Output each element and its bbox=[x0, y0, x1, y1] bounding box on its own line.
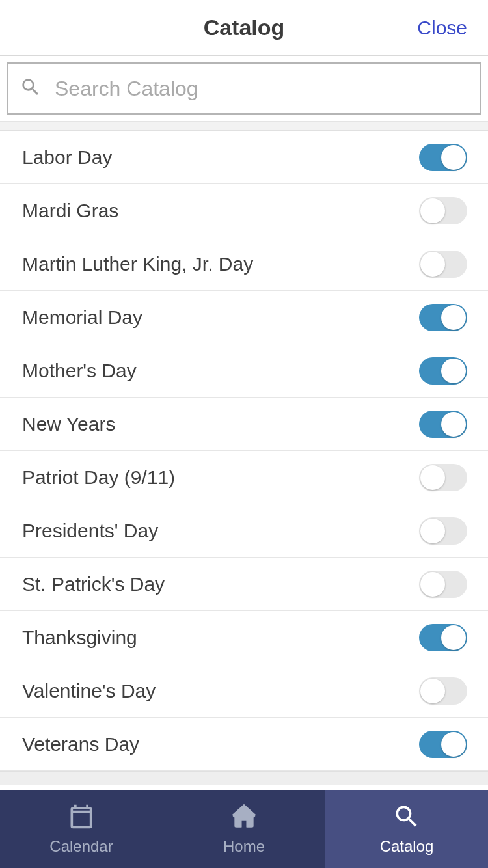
toggle-knob bbox=[420, 572, 445, 597]
list-item-label: Labor Day bbox=[22, 146, 112, 169]
toggle-knob bbox=[420, 519, 445, 543]
close-button[interactable]: Close bbox=[417, 17, 467, 39]
tab-label: Home bbox=[223, 837, 265, 856]
list-item-label: Martin Luther King, Jr. Day bbox=[22, 253, 253, 275]
toggle-switch[interactable] bbox=[419, 251, 467, 278]
tab-label: Calendar bbox=[49, 837, 113, 856]
toggle-knob bbox=[420, 198, 445, 223]
page-title: Catalog bbox=[204, 15, 285, 40]
list-item: New Years bbox=[0, 398, 488, 451]
header: Catalog Close bbox=[0, 0, 488, 56]
home-icon bbox=[230, 802, 258, 834]
search-input[interactable] bbox=[55, 77, 468, 101]
list-item-label: Presidents' Day bbox=[22, 520, 158, 542]
tab-home[interactable]: Home bbox=[163, 790, 325, 868]
tab-bar: CalendarHomeCatalog bbox=[0, 790, 488, 868]
list-item: Martin Luther King, Jr. Day bbox=[0, 237, 488, 291]
toggle-knob bbox=[420, 252, 445, 277]
toggle-switch[interactable] bbox=[419, 411, 467, 438]
toggle-knob bbox=[441, 732, 466, 757]
list-item: Labor Day bbox=[0, 131, 488, 184]
list-item-label: Thanksgiving bbox=[22, 627, 137, 649]
toggle-knob bbox=[420, 679, 445, 703]
divider bbox=[0, 122, 488, 131]
toggle-switch[interactable] bbox=[419, 304, 467, 331]
list-item-label: New Years bbox=[22, 413, 115, 435]
toggle-switch[interactable] bbox=[419, 464, 467, 491]
search-box[interactable] bbox=[7, 62, 481, 115]
list-item: St. Patrick's Day bbox=[0, 558, 488, 611]
toggle-knob bbox=[441, 359, 466, 383]
toggle-switch[interactable] bbox=[419, 197, 467, 224]
list-item: Veterans Day bbox=[0, 718, 488, 771]
toggle-switch[interactable] bbox=[419, 357, 467, 385]
list-item: Patriot Day (9/11) bbox=[0, 451, 488, 504]
list-item: Thanksgiving bbox=[0, 611, 488, 664]
list-item-label: Memorial Day bbox=[22, 306, 142, 329]
list-item-label: Veterans Day bbox=[22, 733, 139, 755]
list-item: Memorial Day bbox=[0, 291, 488, 344]
toggle-switch[interactable] bbox=[419, 517, 467, 545]
list-item: Mardi Gras bbox=[0, 184, 488, 237]
list-item-label: Mother's Day bbox=[22, 360, 137, 382]
toggle-switch[interactable] bbox=[419, 624, 467, 651]
search-icon bbox=[392, 802, 421, 834]
search-bar bbox=[0, 56, 488, 122]
list-item: Valentine's Day bbox=[0, 664, 488, 718]
list-item-label: Mardi Gras bbox=[22, 200, 118, 222]
divider bbox=[0, 771, 488, 785]
toggle-switch[interactable] bbox=[419, 144, 467, 171]
list-item: Presidents' Day bbox=[0, 504, 488, 558]
toggle-knob bbox=[441, 625, 466, 650]
list-item-label: St. Patrick's Day bbox=[22, 573, 165, 595]
toggle-knob bbox=[420, 465, 445, 490]
list-item-label: Valentine's Day bbox=[22, 680, 156, 702]
toggle-switch[interactable] bbox=[419, 731, 467, 758]
toggle-knob bbox=[441, 305, 466, 330]
toggle-knob bbox=[441, 412, 466, 437]
list-item-label: Patriot Day (9/11) bbox=[22, 467, 175, 489]
tab-calendar[interactable]: Calendar bbox=[0, 790, 163, 868]
toggle-knob bbox=[441, 145, 466, 170]
search-icon bbox=[20, 76, 42, 101]
catalog-list: Labor DayMardi GrasMartin Luther King, J… bbox=[0, 131, 488, 771]
tab-catalog[interactable]: Catalog bbox=[325, 790, 488, 868]
list-item: Mother's Day bbox=[0, 344, 488, 398]
calendar-icon bbox=[67, 802, 96, 834]
tab-label: Catalog bbox=[380, 837, 434, 856]
toggle-switch[interactable] bbox=[419, 677, 467, 705]
toggle-switch[interactable] bbox=[419, 571, 467, 598]
